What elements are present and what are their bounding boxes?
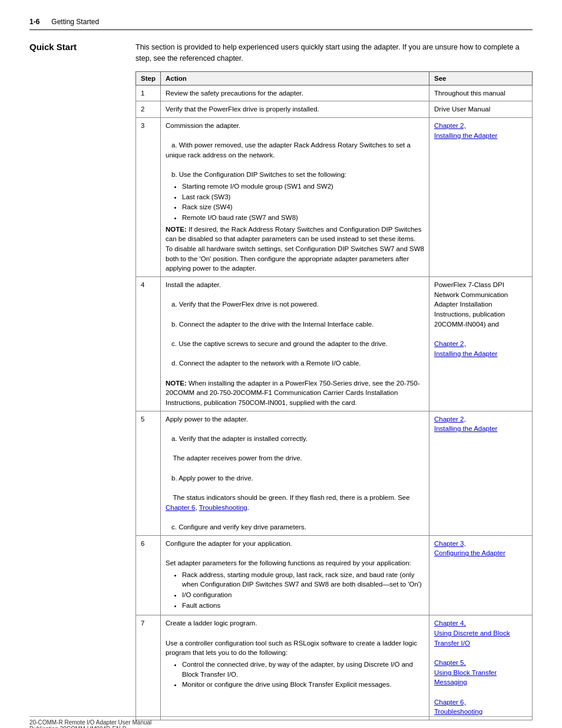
action-cell: Create a ladder logic program. Use a con… xyxy=(161,615,429,720)
action-cell: Review the safety precautions for the ad… xyxy=(161,85,429,101)
table-row: 3 Commission the adapter. a. With power … xyxy=(136,117,533,276)
see-cell: Chapter 2, Installing the Adapter xyxy=(429,411,533,535)
see-cell: Chapter 3, Configuring the Adapter xyxy=(429,535,533,615)
page-container: 1-6 Getting Started Quick Start This sec… xyxy=(0,0,562,728)
see-cell: Chapter 2, Installing the Adapter xyxy=(429,117,533,276)
step-num: 3 xyxy=(136,117,161,276)
block-transfer-link[interactable]: Using Block Transfer Messaging xyxy=(434,669,497,686)
see-cell: Chapter 4, Using Discrete and Block Tran… xyxy=(429,615,533,720)
step-num: 2 xyxy=(136,101,161,118)
chapter-title: Getting Started xyxy=(51,18,99,26)
chapter2b-link[interactable]: Chapter 2, xyxy=(434,340,466,347)
page-footer: 20-COMM-R Remote I/O Adapter User Manual… xyxy=(29,716,533,728)
installing-adapter-link2[interactable]: Installing the Adapter xyxy=(434,350,497,357)
configuring-adapter-link[interactable]: Configuring the Adapter xyxy=(434,549,505,556)
action-cell: Configure the adapter for your applicati… xyxy=(161,535,429,615)
col-header-action: Action xyxy=(161,71,429,85)
step-num: 6 xyxy=(136,535,161,615)
chapter2c-link[interactable]: Chapter 2, xyxy=(434,416,466,423)
chapter4-link[interactable]: Chapter 4, xyxy=(434,620,466,627)
quick-start-table: Step Action See 1 Review the safety prec… xyxy=(135,71,533,721)
col-header-step: Step xyxy=(136,71,161,85)
action-cell: Apply power to the adapter. a. Verify th… xyxy=(161,411,429,535)
intro-text: This section is provided to help experie… xyxy=(135,42,533,64)
table-row: 4 Install the adapter. a. Verify that th… xyxy=(136,276,533,411)
chapter5-link[interactable]: Chapter 5, xyxy=(434,659,466,666)
page-number: 1-6 xyxy=(29,18,39,26)
table-row: 7 Create a ladder logic program. Use a c… xyxy=(136,615,533,720)
discrete-io-link[interactable]: Using Discrete and Block Transfer I/O xyxy=(434,630,510,647)
installing-adapter-link3[interactable]: Installing the Adapter xyxy=(434,425,497,432)
table-row: 1 Review the safety precautions for the … xyxy=(136,85,533,101)
table-row: 2 Verify that the PowerFlex drive is pro… xyxy=(136,101,533,118)
chapter6-inline-link[interactable]: Chapter 6 xyxy=(166,504,196,511)
see-cell: Drive User Manual xyxy=(429,101,533,118)
col-header-see: See xyxy=(429,71,533,85)
step-num: 4 xyxy=(136,276,161,411)
action-cell: Verify that the PowerFlex drive is prope… xyxy=(161,101,429,118)
footer-line2: Publication 20COMM-UM004D-EN-P xyxy=(29,726,533,728)
chapter6-link[interactable]: Chapter 6, xyxy=(434,699,466,706)
troubleshooting-inline-link[interactable]: Troubleshooting xyxy=(199,504,247,511)
step-num: 5 xyxy=(136,411,161,535)
troubleshooting-link[interactable]: Troubleshooting xyxy=(434,708,482,715)
page-header: 1-6 Getting Started xyxy=(29,18,533,30)
step-num: 7 xyxy=(136,615,161,720)
chapter2-link[interactable]: Chapter 2, xyxy=(434,122,466,129)
see-cell: PowerFlex 7-Class DPI Network Communicat… xyxy=(429,276,533,411)
table-row: 6 Configure the adapter for your applica… xyxy=(136,535,533,615)
chapter3-link[interactable]: Chapter 3, xyxy=(434,540,466,547)
table-row: 5 Apply power to the adapter. a. Verify … xyxy=(136,411,533,535)
section-title: Quick Start xyxy=(29,42,124,52)
action-cell: Install the adapter. a. Verify that the … xyxy=(161,276,429,411)
installing-adapter-link[interactable]: Installing the Adapter xyxy=(434,132,497,139)
action-cell: Commission the adapter. a. With power re… xyxy=(161,117,429,276)
step-num: 1 xyxy=(136,85,161,101)
footer-line1: 20-COMM-R Remote I/O Adapter User Manual xyxy=(29,719,533,726)
see-cell: Throughout this manual xyxy=(429,85,533,101)
